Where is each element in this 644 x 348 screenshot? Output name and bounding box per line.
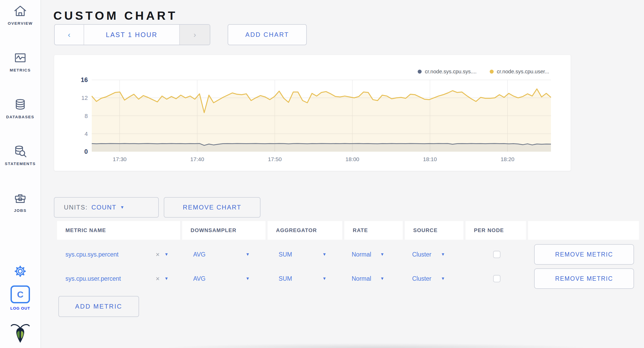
sidebar-item-label: DATABASES xyxy=(6,115,34,119)
svg-text:17:50: 17:50 xyxy=(268,156,282,162)
chevron-down-icon: ▼ xyxy=(441,252,445,257)
rate-select[interactable]: Normal ▼ xyxy=(344,275,405,282)
gear-icon xyxy=(13,264,27,278)
col-header-source: SOURCE xyxy=(405,221,466,240)
svg-text:18:10: 18:10 xyxy=(423,156,437,162)
svg-text:18:20: 18:20 xyxy=(500,156,514,162)
chevron-down-icon: ▼ xyxy=(441,276,445,281)
sidebar-item-label: METRICS xyxy=(10,68,31,72)
time-range-prev-button[interactable]: ‹ xyxy=(55,25,84,45)
rate-select[interactable]: Normal ▼ xyxy=(344,251,405,258)
col-header-metric-name: METRIC NAME xyxy=(57,221,182,240)
metric-name: sys.cpu.user.percent xyxy=(65,275,121,282)
sidebar: OVERVIEW METRICS DATABASES STATEMENTS xyxy=(0,0,41,348)
sidebar-item-databases[interactable]: DATABASES xyxy=(0,98,40,119)
chart-card: cr.node.sys.cpu.sys.... cr.node.sys.cpu.… xyxy=(54,55,571,171)
next-section-shadow xyxy=(166,343,586,348)
units-value: COUNT xyxy=(91,204,116,211)
metric-name: sys.cpu.sys.percent xyxy=(65,251,119,258)
chevron-down-icon: ▼ xyxy=(322,252,326,257)
clear-icon[interactable]: × xyxy=(156,251,160,258)
settings-button[interactable] xyxy=(0,264,40,278)
svg-text:8: 8 xyxy=(85,113,88,119)
table-row: sys.cpu.user.percent × ▼ AVG ▼ SUM ▼ Nor… xyxy=(57,267,639,291)
cockroach-logo xyxy=(0,322,40,346)
aggregator-select[interactable]: SUM ▼ xyxy=(268,275,344,282)
svg-text:17:30: 17:30 xyxy=(113,156,127,162)
metrics-table: METRIC NAME DOWNSAMPLER AGGREGATOR RATE … xyxy=(57,221,639,291)
per-node-checkbox[interactable] xyxy=(493,251,500,258)
col-header-per-node: PER NODE xyxy=(466,221,528,240)
add-metric-button[interactable]: ADD METRIC xyxy=(58,296,139,317)
sidebar-item-label: OVERVIEW xyxy=(8,21,33,25)
chevron-down-icon: ▼ xyxy=(164,276,168,281)
add-chart-button[interactable]: ADD CHART xyxy=(228,24,307,45)
downsampler-select[interactable]: AVG ▼ xyxy=(182,275,268,282)
page-title: CUSTOM CHART xyxy=(53,9,177,23)
table-row: sys.cpu.sys.percent × ▼ AVG ▼ SUM ▼ Norm… xyxy=(57,242,639,267)
source-select[interactable]: Cluster ▼ xyxy=(405,251,466,258)
chevron-down-icon: ▼ xyxy=(246,252,250,257)
source-select[interactable]: Cluster ▼ xyxy=(405,275,466,282)
chevron-down-icon: ▼ xyxy=(246,276,250,281)
graph-icon xyxy=(13,51,27,65)
col-header-aggregator: AGGREGATOR xyxy=(268,221,344,240)
svg-text:18:00: 18:00 xyxy=(345,156,359,162)
remove-metric-button[interactable]: REMOVE METRIC xyxy=(534,268,634,289)
cockroach-bug-icon xyxy=(10,322,30,346)
chevron-down-icon: ▼ xyxy=(380,252,384,257)
table-header-row: METRIC NAME DOWNSAMPLER AGGREGATOR RATE … xyxy=(57,221,639,240)
chevron-down-icon: ▼ xyxy=(120,205,125,210)
sidebar-item-overview[interactable]: OVERVIEW xyxy=(0,4,40,25)
chart-plot: 17:3017:4017:5018:0018:1018:200481216 xyxy=(54,55,571,171)
chevron-down-icon: ▼ xyxy=(322,276,326,281)
table-body: sys.cpu.sys.percent × ▼ AVG ▼ SUM ▼ Norm… xyxy=(57,242,639,291)
aggregator-select[interactable]: SUM ▼ xyxy=(268,251,344,258)
database-search-icon xyxy=(13,145,27,158)
metric-name-select[interactable]: sys.cpu.user.percent × ▼ xyxy=(57,275,182,283)
time-range-label[interactable]: LAST 1 HOUR xyxy=(84,25,180,45)
clear-icon[interactable]: × xyxy=(156,275,160,283)
downsampler-select[interactable]: AVG ▼ xyxy=(182,251,268,258)
time-range-picker: ‹ LAST 1 HOUR › xyxy=(54,24,210,45)
svg-text:12: 12 xyxy=(81,95,88,101)
svg-text:0: 0 xyxy=(84,148,88,155)
sidebar-item-metrics[interactable]: METRICS xyxy=(0,51,40,72)
briefcase-icon xyxy=(13,191,27,205)
logout-label: LOG OUT xyxy=(10,306,30,310)
remove-chart-button[interactable]: REMOVE CHART xyxy=(164,197,260,218)
svg-text:17:40: 17:40 xyxy=(190,156,204,162)
database-icon xyxy=(13,98,27,111)
chevron-down-icon: ▼ xyxy=(164,252,168,257)
sidebar-item-statements[interactable]: STATEMENTS xyxy=(0,145,40,166)
col-header-actions xyxy=(528,221,639,240)
chevron-down-icon: ▼ xyxy=(380,276,384,281)
per-node-checkbox[interactable] xyxy=(493,275,500,282)
chevron-left-icon: ‹ xyxy=(68,30,70,39)
cockroach-c-icon: C xyxy=(11,285,30,303)
sidebar-item-jobs[interactable]: JOBS xyxy=(0,191,40,213)
metric-name-select[interactable]: sys.cpu.sys.percent × ▼ xyxy=(57,251,182,258)
units-label: UNITS: xyxy=(64,204,88,211)
units-dropdown[interactable]: UNITS: COUNT ▼ xyxy=(54,197,159,218)
chevron-right-icon: › xyxy=(193,30,196,39)
remove-metric-button[interactable]: REMOVE METRIC xyxy=(534,244,634,265)
sidebar-item-label: STATEMENTS xyxy=(5,161,35,166)
time-range-next-button[interactable]: › xyxy=(180,25,210,45)
sidebar-item-label: JOBS xyxy=(14,208,27,213)
svg-text:4: 4 xyxy=(85,131,88,137)
col-header-rate: RATE xyxy=(344,221,405,240)
logout-button[interactable]: C LOG OUT xyxy=(0,285,40,310)
svg-text:16: 16 xyxy=(81,76,88,83)
home-icon xyxy=(13,4,27,18)
col-header-downsampler: DOWNSAMPLER xyxy=(182,221,268,240)
